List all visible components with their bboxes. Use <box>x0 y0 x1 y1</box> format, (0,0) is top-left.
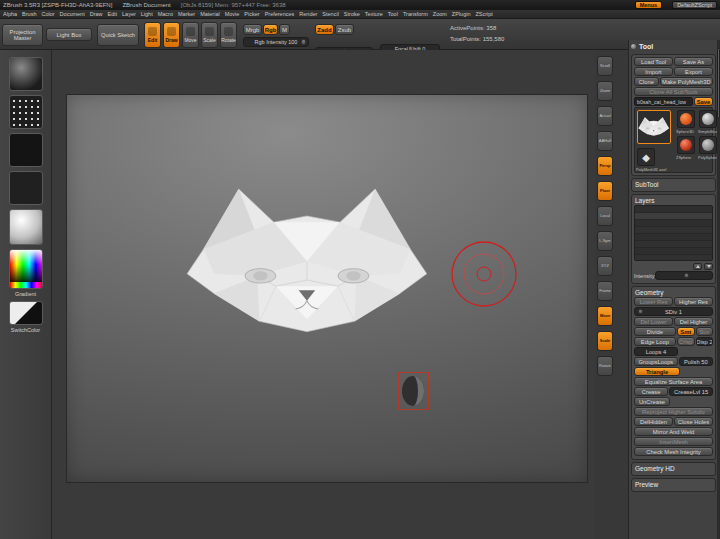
texture-picker[interactable] <box>9 171 43 205</box>
rgb-button[interactable]: Rgb <box>263 24 278 35</box>
layer-row[interactable] <box>635 206 712 213</box>
make-polymesh3d-button[interactable]: Make PolyMesh3D <box>660 77 713 86</box>
menu-item[interactable]: Zoom <box>433 11 447 17</box>
polysphere-tool[interactable] <box>699 136 717 154</box>
layer-up-button[interactable] <box>693 263 702 270</box>
intensity-knob[interactable] <box>684 273 689 278</box>
load-tool-button[interactable]: Load Tool <box>634 57 673 66</box>
layer-row[interactable] <box>635 234 712 241</box>
xyz-icon[interactable]: XYZ <box>597 256 613 276</box>
suv-toggle[interactable]: Suv <box>696 327 713 336</box>
sphere3d-tool[interactable] <box>677 110 695 128</box>
default-zscript-button[interactable]: DefaultZScript <box>672 1 717 9</box>
brush-picker[interactable] <box>9 57 43 91</box>
rotate-3d-icon[interactable]: Rotate <box>597 356 613 376</box>
scroll-tool-icon[interactable]: Scroll <box>597 56 613 76</box>
move-3d-icon[interactable]: Move <box>597 306 613 326</box>
tool-palette-header[interactable]: Tool <box>631 41 716 52</box>
menu-item[interactable]: Document <box>60 11 85 17</box>
disp-slider[interactable]: Disp 2 <box>696 337 713 346</box>
zsub-button[interactable]: Zsub <box>335 24 354 35</box>
sculpt-canvas[interactable] <box>66 94 588 483</box>
menu-item[interactable]: ZPlugin <box>452 11 471 17</box>
menus-toggle-button[interactable]: Menus <box>635 1 662 9</box>
crease-button[interactable]: Crease <box>634 387 668 396</box>
persp-toggle-icon[interactable]: Persp <box>597 156 613 176</box>
alpha-picker[interactable] <box>9 133 43 167</box>
preview-header[interactable]: Preview <box>634 481 713 489</box>
menu-item[interactable]: Alpha <box>3 11 17 17</box>
hue-bar[interactable] <box>10 282 42 288</box>
equalize-surface-area-button[interactable]: Equalize Surface Area <box>634 377 713 386</box>
close-holes-button[interactable]: Close Holes <box>674 417 713 426</box>
menu-item[interactable]: Transform <box>403 11 428 17</box>
layer-row[interactable] <box>635 227 712 234</box>
del-hidden-button[interactable]: DelHidden <box>634 417 673 426</box>
polish-slider[interactable]: Polish 50 <box>679 357 713 366</box>
triangle-button[interactable]: Triangle <box>634 367 680 376</box>
material-picker[interactable] <box>9 209 43 245</box>
menu-item[interactable]: Draw <box>90 11 103 17</box>
simplebrush-tool[interactable] <box>699 110 717 128</box>
stroke-picker[interactable] <box>9 95 43 129</box>
lsym-toggle-icon[interactable]: L.Sym <box>597 231 613 251</box>
projection-master-button[interactable]: Projection Master <box>2 24 43 46</box>
menu-item[interactable]: Tool <box>388 11 398 17</box>
smt-toggle[interactable]: Smt <box>677 327 695 336</box>
higher-res-button[interactable]: Higher Res <box>674 297 713 306</box>
clone-button[interactable]: Clone <box>634 77 659 86</box>
frame-icon[interactable]: Frame <box>597 281 613 301</box>
rotate-mode-button[interactable]: Rotate <box>220 22 237 48</box>
menu-item[interactable]: Preferences <box>265 11 295 17</box>
clone-all-subtools-button[interactable]: Clone All SubTools <box>634 87 713 96</box>
color-picker[interactable] <box>9 249 43 289</box>
menu-item[interactable]: Picker <box>244 11 259 17</box>
move-mode-button[interactable]: Move <box>182 22 199 48</box>
tool-name-field[interactable]: b0sah_cat_head_low <box>634 97 693 106</box>
polymesh3d-tool[interactable]: ◆ <box>637 148 655 166</box>
menu-item[interactable]: Color <box>41 11 54 17</box>
del-higher-button[interactable]: Del Higher <box>674 317 713 326</box>
layer-row[interactable] <box>635 220 712 227</box>
active-tool-thumbnail[interactable] <box>637 110 671 144</box>
menu-item[interactable]: ZScript <box>475 11 492 17</box>
crease-lvl-slider[interactable]: CreaseLvl 15 <box>669 387 713 396</box>
divide-button[interactable]: Divide <box>634 327 676 336</box>
loops-slider[interactable]: Loops 4 <box>634 347 678 356</box>
edge-loop-button[interactable]: Edge Loop <box>634 337 676 346</box>
groups-loops-button[interactable]: GroupsLoops <box>634 357 678 366</box>
sdiv-knob[interactable] <box>638 309 643 314</box>
crisp-toggle[interactable]: Crisp <box>677 337 695 346</box>
layer-row[interactable] <box>635 213 712 220</box>
rgb-intensity-knob[interactable] <box>301 39 306 45</box>
menu-item[interactable]: Edit <box>108 11 117 17</box>
menu-item[interactable]: Macro <box>158 11 173 17</box>
color-sv-square[interactable] <box>10 250 42 282</box>
subtool-header[interactable]: SubTool <box>634 181 713 189</box>
layers-list[interactable] <box>634 205 713 261</box>
selected-subtool-shape[interactable] <box>397 371 431 411</box>
light-box-button[interactable]: Light Box <box>46 28 92 41</box>
intensity-slider[interactable] <box>655 271 713 280</box>
menu-item[interactable]: Brush <box>22 11 36 17</box>
local-toggle-icon[interactable]: Local <box>597 206 613 226</box>
scale-3d-icon[interactable]: Scale <box>597 331 613 351</box>
actual-size-icon[interactable]: Actual <box>597 106 613 126</box>
lower-res-button[interactable]: Lower Res <box>634 297 673 306</box>
export-button[interactable]: Export <box>674 67 713 76</box>
floor-toggle-icon[interactable]: Floor <box>597 181 613 201</box>
edit-mode-button[interactable]: Edit <box>144 22 161 48</box>
menu-item[interactable]: Stroke <box>344 11 360 17</box>
menu-item[interactable]: Material <box>200 11 220 17</box>
switch-color-button[interactable] <box>9 301 43 325</box>
draw-mode-button[interactable]: Draw <box>163 22 180 48</box>
mrgb-button[interactable]: Mrgb <box>243 24 262 35</box>
sdiv-slider[interactable]: SDiv 1 <box>634 307 713 316</box>
menu-item[interactable]: Texture <box>365 11 383 17</box>
layer-row[interactable] <box>635 248 712 255</box>
rgb-intensity-slider[interactable]: Rgb Intensity 100 <box>243 37 309 47</box>
menu-item[interactable]: Movie <box>225 11 240 17</box>
geometry-hd-header[interactable]: Geometry HD <box>634 465 713 473</box>
layer-down-button[interactable] <box>704 263 713 270</box>
quick-sketch-button[interactable]: Quick Sketch <box>97 24 139 46</box>
